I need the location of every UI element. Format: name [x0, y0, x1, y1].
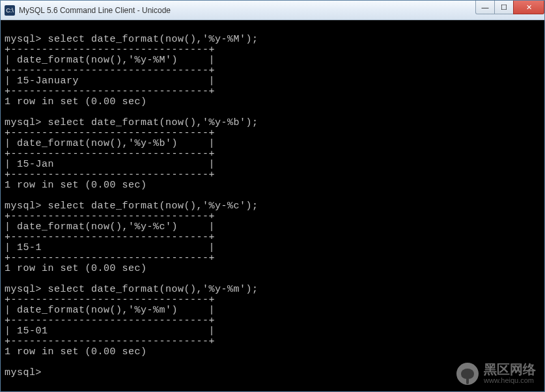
maximize-button[interactable]: ☐ [494, 1, 514, 14]
terminal-output[interactable]: mysql> select date_format(now(),'%y-%M')… [1, 20, 544, 391]
window-controls: — ☐ ✕ [475, 1, 544, 14]
title-bar[interactable]: C:\ MySQL 5.6 Command Line Client - Unic… [1, 1, 544, 20]
close-button[interactable]: ✕ [513, 1, 544, 14]
app-icon: C:\ [5, 5, 15, 16]
window-title: MySQL 5.6 Command Line Client - Unicode [19, 6, 171, 15]
minimize-button[interactable]: — [475, 1, 495, 14]
app-window: C:\ MySQL 5.6 Command Line Client - Unic… [0, 0, 545, 392]
